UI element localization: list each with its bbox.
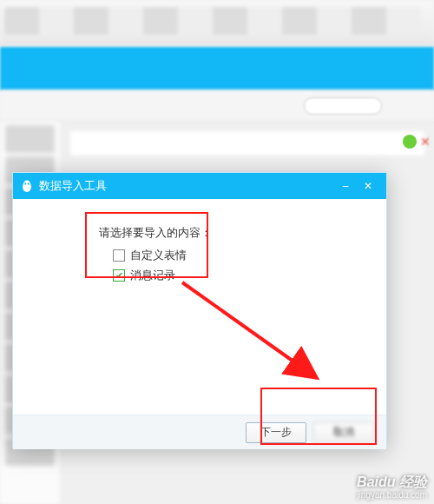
svg-point-2 [24, 182, 26, 184]
option-message-history[interactable]: 消息记录 [113, 268, 212, 283]
dialog-titlebar[interactable]: 数据导入工具 – ✕ [13, 173, 386, 199]
checkbox-message-history[interactable] [113, 269, 125, 282]
svg-point-1 [23, 181, 30, 189]
watermark: Baidu 经验 jingyan.baidu.com [357, 474, 427, 501]
background-app-toolbar [0, 0, 434, 43]
background-close-x: ✕ [420, 135, 434, 149]
background-search-box [304, 97, 382, 115]
minimize-button[interactable]: – [334, 177, 357, 195]
watermark-brand: Baidu 经验 [357, 474, 427, 490]
checkbox-custom-emoji[interactable] [113, 249, 125, 262]
close-button[interactable]: ✕ [357, 177, 379, 195]
dialog-body: 请选择要导入的内容： 自定义表情 消息记录 [13, 199, 386, 414]
dialog-title: 数据导入工具 [39, 178, 107, 194]
next-button[interactable]: 下一步 [246, 422, 306, 443]
watermark-url: jingyan.baidu.com [357, 490, 427, 501]
option-custom-emoji-label: 自定义表情 [130, 248, 187, 263]
penguin-icon [20, 179, 34, 193]
import-prompt-label: 请选择要导入的内容： [99, 225, 212, 241]
import-options-group: 请选择要导入的内容： 自定义表情 消息记录 [87, 216, 227, 298]
dialog-footer: 下一步 取消 [13, 414, 386, 449]
background-app-header [0, 47, 434, 90]
data-import-dialog: 数据导入工具 – ✕ 请选择要导入的内容： 自定义表情 消息记录 下一步 取消 [12, 172, 387, 448]
cancel-button[interactable]: 取消 [313, 422, 374, 443]
svg-point-3 [28, 182, 30, 184]
background-list-row [69, 130, 425, 156]
background-status-dot [403, 135, 417, 149]
option-message-history-label: 消息记录 [130, 268, 175, 283]
option-custom-emoji[interactable]: 自定义表情 [113, 248, 212, 263]
